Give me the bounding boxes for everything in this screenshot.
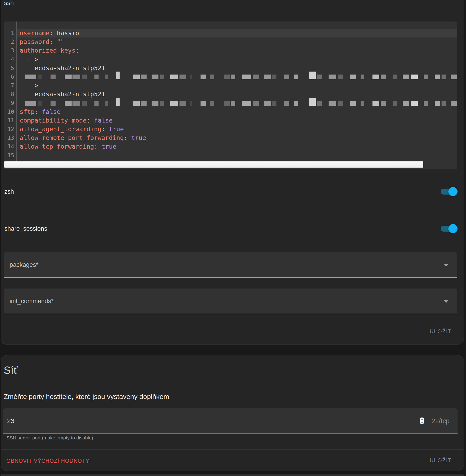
line-number-6: 6	[4, 72, 16, 81]
yaml-editor-content[interactable]: username: hassiopassword: ""authorized_k…	[17, 22, 457, 162]
redaction-block	[25, 75, 36, 79]
redaction-block	[82, 101, 87, 106]
redaction-block	[50, 101, 56, 106]
editor-line-6-redacted-key[interactable]	[17, 72, 457, 81]
editor-horizontal-scrollbar[interactable]	[4, 162, 423, 168]
redaction-block	[361, 75, 364, 79]
redaction-block	[435, 101, 440, 106]
editor-line-13[interactable]: allow_remote_port_forwarding: true	[17, 134, 457, 142]
editor-line-15[interactable]	[17, 151, 457, 160]
redaction-block	[242, 75, 251, 79]
redaction-block	[393, 101, 397, 106]
editor-line-5[interactable]: ecdsa-sha2-nistp521	[17, 64, 457, 72]
redaction-block	[403, 101, 409, 106]
card-footer-divider	[1, 321, 464, 321]
share-sessions-option-label: share_sessions	[4, 225, 47, 232]
redaction-block	[38, 75, 42, 79]
line-number-13: 13	[4, 134, 16, 142]
redaction-block	[25, 101, 36, 106]
redaction-block	[435, 75, 440, 79]
stepper-up-icon[interactable]: ▲	[421, 418, 423, 420]
redaction-block	[179, 101, 186, 106]
redaction-block	[451, 101, 457, 106]
network-section-title: Síť	[4, 364, 18, 376]
redaction-block	[373, 101, 379, 106]
editor-line-8[interactable]: ecdsa-sha2-nistp521	[17, 90, 457, 99]
redaction-block	[105, 101, 108, 106]
redaction-block	[94, 101, 99, 106]
yaml-editor-gutter: 123456789101112131415	[4, 22, 16, 162]
network-section-description: Změňte porty hostitele, které jsou vysta…	[4, 392, 169, 401]
editor-line-14[interactable]: allow_tcp_forwarding: true	[17, 142, 457, 151]
editor-line-4[interactable]: - >-	[17, 55, 457, 64]
line-number-9: 9	[4, 99, 16, 107]
redaction-block	[72, 101, 80, 106]
redaction-block	[373, 75, 379, 79]
redaction-block	[190, 75, 192, 79]
redaction-block	[272, 101, 277, 106]
ssh-config-card: ssh 123456789101112131415 username: hass…	[1, 0, 464, 345]
redaction-block	[338, 101, 343, 106]
redaction-block	[170, 101, 178, 106]
redaction-block	[133, 75, 140, 79]
redaction-block	[151, 101, 158, 106]
yaml-config-editor[interactable]: 123456789101112131415 username: hassiopa…	[4, 22, 457, 169]
editor-line-7[interactable]: - >-	[17, 81, 457, 90]
share-sessions-toggle[interactable]	[441, 224, 457, 233]
redaction-block	[50, 75, 56, 79]
redaction-block	[264, 75, 271, 79]
packages-select-field[interactable]: packages*	[4, 252, 457, 278]
save-config-button[interactable]: ULOŽIT	[430, 328, 452, 335]
redaction-block	[94, 75, 99, 79]
redaction-block	[361, 101, 364, 106]
redaction-block	[231, 101, 235, 106]
zsh-option-label: zsh	[4, 188, 14, 196]
editor-line-12[interactable]: allow_agent_forwarding: true	[17, 125, 457, 134]
zsh-toggle[interactable]	[441, 187, 457, 196]
redaction-block	[381, 75, 386, 79]
line-number-11: 11	[4, 116, 16, 125]
redaction-block	[329, 75, 336, 79]
number-stepper-icon[interactable]: ▲ ▼	[420, 418, 424, 424]
editor-line-2[interactable]: password: ""	[17, 37, 457, 46]
redaction-block	[170, 75, 178, 79]
redaction-block	[442, 101, 446, 106]
redaction-block	[105, 75, 108, 79]
redaction-block	[284, 101, 289, 106]
redaction-block	[224, 75, 230, 79]
editor-line-3[interactable]: authorized_keys:	[17, 46, 457, 55]
redaction-block	[151, 75, 158, 79]
packages-select-label: packages*	[10, 252, 38, 277]
reset-defaults-button[interactable]: OBNOVIT VÝCHOZÍ HODNOTY	[6, 458, 89, 464]
editor-line-1[interactable]: username: hassio	[17, 29, 457, 37]
ssh-port-input[interactable]	[7, 408, 144, 433]
redaction-block	[338, 75, 343, 79]
redaction-block	[116, 71, 120, 79]
redaction-block	[294, 101, 298, 106]
card-footer-divider	[1, 450, 464, 450]
editor-line-10[interactable]: sftp: false	[17, 107, 457, 116]
editor-line-9-redacted-key[interactable]	[17, 99, 457, 107]
redaction-block	[160, 101, 164, 106]
redaction-block	[253, 101, 259, 106]
redaction-block	[411, 101, 418, 106]
redaction-block	[242, 101, 251, 106]
ssh-option-label: ssh	[4, 0, 14, 7]
line-number-14: 14	[4, 142, 16, 151]
redaction-block	[133, 101, 140, 106]
redaction-block	[309, 71, 316, 79]
redaction-block	[393, 75, 397, 79]
redaction-block	[38, 101, 42, 106]
init-commands-select-field[interactable]: init_commands*	[4, 289, 457, 314]
redaction-block	[200, 75, 206, 79]
stepper-down-icon[interactable]: ▼	[421, 421, 423, 424]
ssh-port-field[interactable]: ▲ ▼ 22/tcp	[3, 408, 457, 434]
network-card: Síť Změňte porty hostitele, které jsou v…	[1, 355, 464, 471]
editor-line-11[interactable]: compatibility_mode: false	[17, 116, 457, 125]
redaction-block	[200, 101, 206, 106]
save-network-button[interactable]: ULOŽIT	[430, 457, 452, 464]
redaction-block	[329, 101, 336, 106]
redaction-block	[411, 75, 418, 79]
chevron-down-icon	[443, 264, 449, 267]
redaction-block	[160, 75, 164, 79]
